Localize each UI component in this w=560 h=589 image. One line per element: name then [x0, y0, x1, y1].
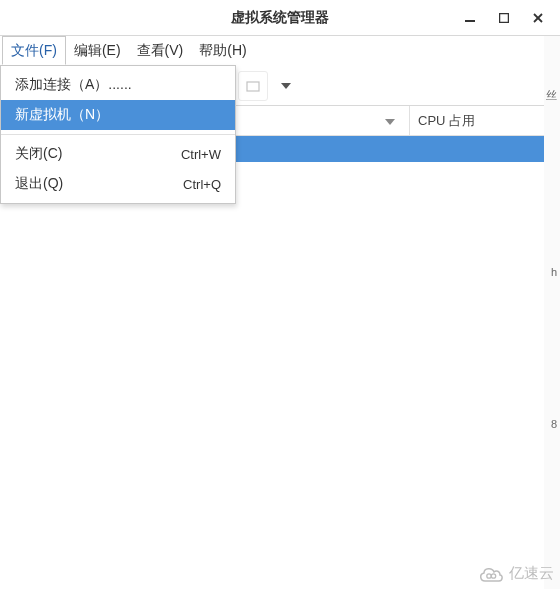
- vm-list-area: [0, 166, 560, 589]
- window-controls: [462, 0, 556, 36]
- right-crop-strip: 丝 h 8: [544, 36, 560, 589]
- menu-help[interactable]: 帮助(H): [191, 36, 254, 65]
- svg-rect-6: [247, 82, 259, 91]
- titlebar: 虚拟系统管理器: [0, 0, 560, 36]
- crop-glyph: 8: [551, 418, 557, 430]
- menu-item-accel: Ctrl+Q: [183, 177, 221, 192]
- svg-rect-1: [500, 14, 509, 23]
- menu-view[interactable]: 查看(V): [129, 36, 192, 65]
- watermark-text: 亿速云: [509, 564, 554, 583]
- menu-item-new-vm[interactable]: 新虚拟机（N）: [1, 100, 235, 130]
- sort-indicator-icon: [385, 113, 395, 128]
- chevron-down-icon: [281, 83, 291, 89]
- window-title: 虚拟系统管理器: [231, 9, 329, 27]
- menu-file[interactable]: 文件(F): [2, 36, 66, 65]
- menu-item-label: 退出(Q): [15, 175, 63, 193]
- svg-point-8: [491, 573, 495, 577]
- watermark: 亿速云: [478, 564, 554, 583]
- cloud-icon: [478, 565, 504, 583]
- menu-item-label: 添加连接（A）......: [15, 76, 132, 94]
- open-icon: [245, 78, 261, 94]
- file-menu-dropdown: 添加连接（A）...... 新虚拟机（N） 关闭(C) Ctrl+W 退出(Q)…: [0, 65, 236, 204]
- maximize-button[interactable]: [496, 10, 512, 26]
- toolbar-dropdown[interactable]: [274, 71, 298, 101]
- minimize-button[interactable]: [462, 10, 478, 26]
- crop-glyph: h: [551, 266, 557, 278]
- menu-item-accel: Ctrl+W: [181, 147, 221, 162]
- menu-item-label: 关闭(C): [15, 145, 62, 163]
- menu-edit[interactable]: 编辑(E): [66, 36, 129, 65]
- svg-point-7: [487, 573, 491, 577]
- menu-item-close[interactable]: 关闭(C) Ctrl+W: [1, 139, 235, 169]
- menu-separator: [1, 134, 235, 135]
- open-tool-button[interactable]: [238, 71, 268, 101]
- menu-item-quit[interactable]: 退出(Q) Ctrl+Q: [1, 169, 235, 199]
- column-cpu[interactable]: CPU 占用: [410, 106, 560, 135]
- menubar: 文件(F) 编辑(E) 查看(V) 帮助(H): [0, 36, 560, 66]
- menu-item-label: 新虚拟机（N）: [15, 106, 109, 124]
- svg-rect-0: [465, 20, 475, 22]
- close-button[interactable]: [530, 10, 546, 26]
- crop-glyph: 丝: [546, 88, 557, 103]
- menu-item-add-connection[interactable]: 添加连接（A）......: [1, 70, 235, 100]
